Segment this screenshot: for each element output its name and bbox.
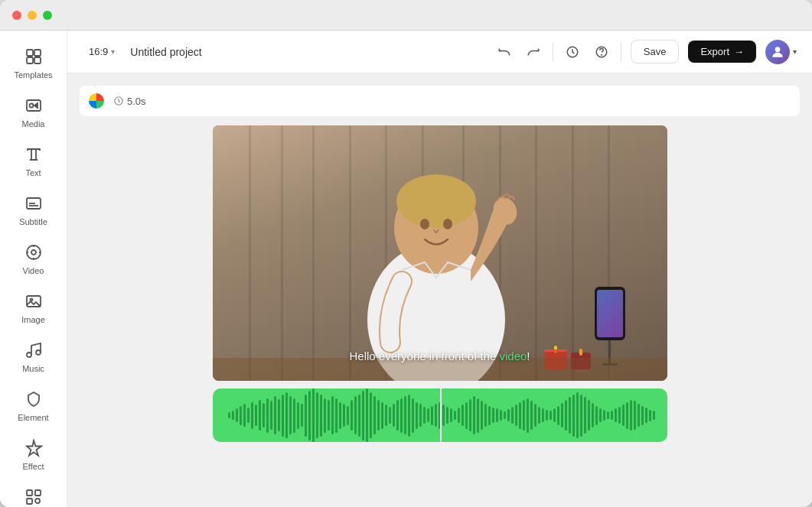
redo-button[interactable]: [523, 42, 543, 62]
subtitle-highlight: video: [499, 349, 527, 362]
user-menu-chevron[interactable]: ▾: [793, 47, 797, 56]
user-section: ▾: [765, 40, 797, 64]
user-avatar[interactable]: [765, 40, 790, 64]
export-label: Export: [700, 46, 729, 57]
svg-point-17: [27, 353, 31, 357]
timeline-area[interactable]: [213, 388, 667, 442]
app-body: Templates Media: [0, 31, 812, 507]
undo-button[interactable]: [494, 42, 514, 62]
music-label: Music: [22, 364, 44, 373]
header: 16:9 ▾ Untitled project: [67, 31, 812, 73]
minimize-button[interactable]: [28, 11, 37, 20]
svg-point-24: [601, 54, 602, 55]
sidebar-item-music[interactable]: Music: [5, 333, 63, 379]
header-controls: Save Export → ▾: [494, 40, 797, 64]
timeline-cursor: [440, 388, 442, 442]
subtitle-label: Subtitle: [19, 217, 47, 226]
main-content: 16:9 ▾ Untitled project: [67, 31, 812, 507]
svg-point-5: [29, 104, 33, 108]
time-value: 5.0s: [127, 96, 146, 107]
video-canvas[interactable]: Hello everyone in front of the video!: [213, 125, 667, 381]
video-icon: [23, 242, 44, 263]
sidebar-item-video[interactable]: Video: [5, 236, 63, 281]
text-label: Text: [25, 168, 41, 177]
aspect-ratio-chevron: ▾: [111, 47, 115, 56]
svg-rect-3: [34, 57, 41, 63]
svg-rect-20: [35, 490, 41, 496]
tools-icon: [23, 486, 44, 507]
app-window: Templates Media: [0, 0, 812, 507]
svg-point-30: [420, 219, 429, 229]
media-icon: [23, 95, 44, 116]
duration-button[interactable]: [563, 42, 582, 62]
curtain-fold: [249, 125, 251, 381]
sidebar: Templates Media: [0, 31, 67, 507]
close-button[interactable]: [12, 11, 21, 20]
video-label: Video: [23, 266, 44, 275]
person-svg: [310, 144, 570, 381]
sidebar-item-element[interactable]: Element: [5, 382, 63, 428]
templates-icon: [23, 46, 44, 67]
svg-point-25: [775, 47, 781, 52]
video-background: [213, 125, 667, 381]
title-bar: [0, 0, 812, 31]
export-button[interactable]: Export →: [688, 41, 756, 63]
svg-rect-21: [27, 499, 32, 504]
header-divider: [553, 43, 553, 61]
curtain-fold: [572, 125, 574, 381]
subtitle-end: !: [527, 349, 530, 362]
effect-label: Effect: [23, 462, 44, 471]
svg-point-31: [443, 219, 452, 229]
phone-tripod: [595, 287, 625, 366]
subtitle-icon: [23, 193, 44, 214]
app-logo: [89, 93, 104, 109]
sidebar-item-tools[interactable]: Tools: [5, 480, 63, 507]
svg-rect-1: [34, 50, 41, 56]
sidebar-item-image[interactable]: Image: [5, 284, 63, 330]
element-icon: [23, 388, 44, 410]
image-label: Image: [21, 315, 45, 324]
image-icon: [23, 291, 44, 312]
sidebar-item-subtitle[interactable]: Subtitle: [5, 187, 63, 232]
subtitle-overlay: Hello everyone in front of the video!: [350, 349, 530, 362]
sidebar-item-templates[interactable]: Templates: [5, 40, 63, 86]
export-arrow-icon: →: [734, 46, 744, 57]
media-label: Media: [22, 119, 45, 128]
svg-point-18: [36, 350, 41, 355]
text-icon: [23, 144, 44, 165]
sidebar-item-text[interactable]: Text: [5, 138, 63, 184]
svg-rect-2: [27, 57, 33, 63]
aspect-ratio-button[interactable]: 16:9 ▾: [83, 43, 121, 60]
svg-point-29: [396, 174, 476, 228]
help-button[interactable]: [592, 42, 611, 62]
toolbar-bar: 5.0s: [80, 86, 800, 116]
curtain-fold: [281, 125, 283, 381]
save-button[interactable]: Save: [631, 40, 680, 63]
time-display: 5.0s: [113, 96, 146, 107]
svg-point-10: [31, 250, 36, 255]
svg-point-9: [27, 245, 41, 259]
sidebar-item-effect[interactable]: Effect: [5, 431, 63, 477]
maximize-button[interactable]: [43, 11, 52, 20]
canvas-area: 5.0s: [67, 73, 812, 507]
effect-icon: [23, 437, 44, 459]
header-divider2: [621, 43, 621, 61]
aspect-ratio-label: 16:9: [89, 46, 108, 57]
templates-label: Templates: [14, 70, 52, 80]
svg-rect-0: [27, 50, 33, 56]
sidebar-item-media[interactable]: Media: [5, 89, 63, 135]
element-label: Element: [18, 413, 48, 422]
project-title[interactable]: Untitled project: [130, 46, 201, 58]
music-icon: [23, 340, 44, 361]
svg-rect-19: [27, 490, 32, 496]
subtitle-text: Hello everyone in front of the: [350, 349, 500, 362]
